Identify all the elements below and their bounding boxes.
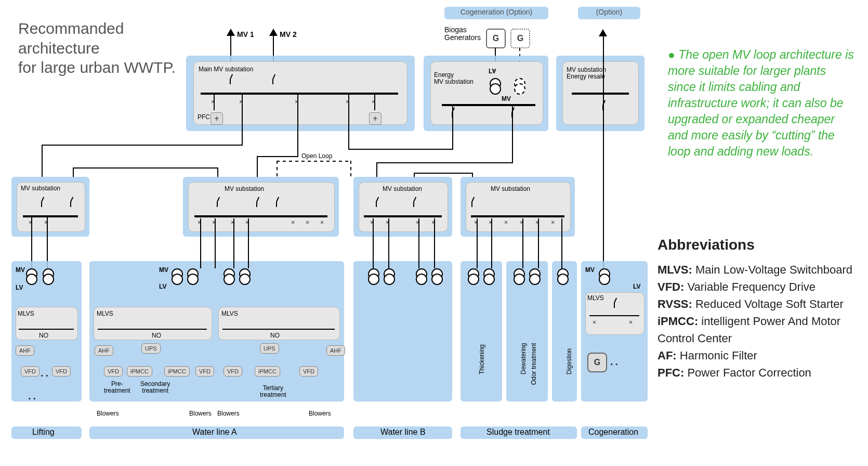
transformer-icon — [431, 268, 442, 284]
breaker-icon: ✕ — [291, 218, 295, 226]
ter-text: Tertiarytreatment — [260, 384, 286, 398]
mvsub-label: MV substation — [225, 185, 264, 192]
no-label: NO — [39, 332, 48, 339]
transformer-icon — [514, 268, 524, 284]
abbr-desc: Main Low-Voltage Switchboard — [692, 263, 852, 276]
line — [42, 146, 43, 177]
section-wlb: Water line B — [380, 428, 426, 437]
energy-mv-text: EnergyMV substation — [434, 71, 474, 85]
line — [257, 156, 298, 157]
odor-label: Odor treatment — [530, 343, 537, 385]
busbar — [222, 329, 335, 330]
switch-icon — [254, 200, 261, 207]
mvsub-text: MV substation — [21, 185, 60, 192]
lv-dewatering — [506, 261, 548, 402]
pfc-icon: + — [369, 112, 382, 125]
g-label: G — [517, 34, 523, 43]
transformer-icon — [416, 268, 426, 284]
vfd-badge: VFD — [21, 366, 40, 377]
transformer-icon — [529, 268, 540, 284]
switch-icon — [273, 200, 281, 207]
line — [215, 218, 216, 268]
transformer-icon — [557, 268, 568, 284]
abbr-desc: Power Factor Correction — [684, 366, 811, 379]
abbr-item: VFD: Variable Frequency Drive — [657, 278, 855, 295]
busbar — [471, 215, 564, 217]
mlvs-label: MLVS — [97, 310, 113, 317]
line — [248, 218, 249, 268]
mvsub-label: MV substation — [491, 185, 530, 192]
abbr-term: VFD: — [657, 280, 684, 293]
breaker-icon: ✕ — [346, 98, 349, 105]
line — [373, 218, 374, 268]
line — [512, 127, 513, 163]
line — [414, 173, 473, 174]
busbar — [589, 315, 639, 316]
abbr-item: RVSS: Reduced Voltage Soft Starter — [657, 295, 855, 313]
biogas-label: BiogasGenerators — [444, 26, 481, 42]
busbar — [19, 329, 74, 330]
generator-icon: G — [486, 29, 506, 48]
mvsub-label: MV substation — [21, 185, 60, 192]
ahf-badge: AHF — [16, 345, 34, 356]
open-loop-line — [277, 161, 351, 162]
transformer-icon — [223, 268, 234, 284]
line — [348, 149, 452, 150]
line — [297, 126, 298, 157]
breaker-icon: ✕ — [492, 67, 496, 74]
sec-label: Secondarytreatment — [140, 381, 170, 394]
vfd-badge: VFD — [104, 366, 123, 377]
breaker-icon: ✕ — [306, 218, 309, 226]
line — [242, 126, 243, 146]
line — [73, 167, 74, 178]
section-wla: Water line A — [192, 428, 237, 437]
mlvs-label: MLVS — [18, 310, 34, 317]
abbreviations: Abbreviations MLVS: Main Low-Voltage Swi… — [657, 234, 855, 381]
abbr-term: AF: — [657, 349, 677, 362]
vfd-badge: VFD — [223, 366, 242, 377]
ahf-badge: AHF — [326, 345, 345, 356]
sec-text: Secondarytreatment — [140, 380, 170, 394]
transformer-icon — [468, 268, 478, 284]
ter-label: Tertiarytreatment — [260, 385, 286, 398]
abbr-term: iPMCC: — [657, 315, 698, 328]
lv-label: LV — [159, 283, 166, 290]
breaker-icon: ✕ — [504, 218, 508, 226]
abbr-item: iPMCC: intelligent Power And Motor Contr… — [657, 313, 855, 347]
transformer-icon — [26, 268, 36, 284]
no-label: NO — [152, 332, 161, 339]
mv-label: MV — [585, 266, 595, 274]
breaker-icon: ✕ — [295, 98, 298, 105]
dewatering-label: Dewatering — [520, 343, 527, 374]
mv-resale-label: MV substationEnergy resale — [567, 67, 606, 80]
callout-note: The open MV loop architecture is more su… — [668, 47, 855, 160]
switch-icon — [227, 77, 234, 84]
line — [42, 145, 243, 146]
busbar — [572, 93, 629, 95]
ellipsis-icon: .. — [28, 390, 38, 402]
switch-icon — [611, 301, 619, 308]
busbar — [194, 215, 327, 217]
busbar — [98, 329, 207, 330]
page-title: Recommanded architecturefor large urban … — [18, 19, 205, 77]
transformer-icon — [239, 268, 249, 284]
line — [477, 218, 478, 268]
switch-icon — [38, 200, 46, 207]
abbr-heading: Abbreviations — [657, 234, 855, 256]
ipmcc-badge: iPMCC — [164, 366, 190, 377]
abbr-term: PFC: — [657, 366, 684, 379]
mv1-label: MV 1 — [237, 30, 254, 38]
abbr-desc: Variable Frequency Drive — [684, 280, 816, 293]
switch-icon — [449, 110, 456, 118]
breaker-icon: ✕ — [320, 218, 324, 226]
g-label: G — [493, 34, 499, 43]
abbr-term: RVSS: — [657, 297, 692, 310]
section-lifting: Lifting — [32, 428, 55, 437]
mv-label: MV — [16, 266, 25, 274]
blowers-label: Blowers — [217, 410, 240, 417]
line — [538, 218, 539, 268]
lv-label: LV — [16, 284, 23, 291]
blowers-label: Blowers — [97, 410, 119, 417]
generator-icon-optional: G — [510, 29, 530, 48]
breaker-icon: ✕ — [372, 98, 375, 105]
